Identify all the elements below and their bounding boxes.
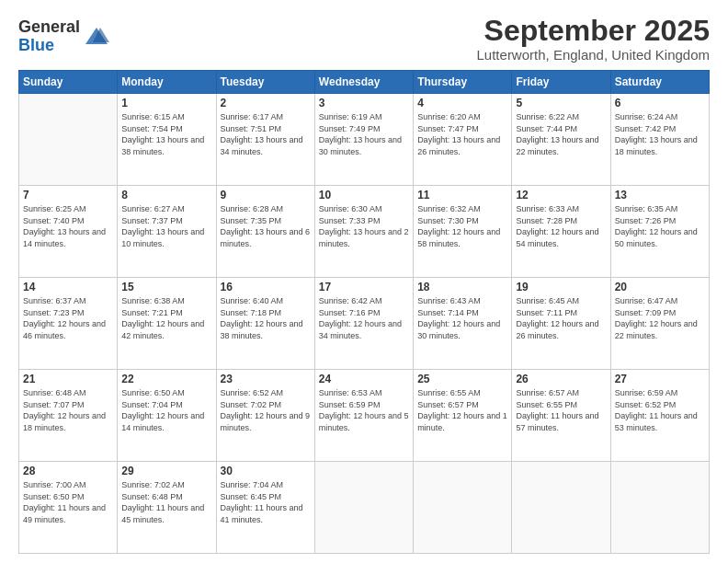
day-number: 29 [121, 465, 211, 477]
col-monday: Monday [118, 71, 216, 94]
calendar-cell: 19Sunrise: 6:45 AMSunset: 7:11 PMDayligh… [512, 278, 610, 370]
daylight-text: Daylight: 12 hours and 1 minute. [417, 411, 507, 432]
sunset-text: Sunset: 7:35 PM [221, 216, 282, 225]
daylight-text: Daylight: 12 hours and 38 minutes. [221, 319, 303, 340]
sunset-text: Sunset: 7:54 PM [121, 124, 183, 133]
daylight-text: Daylight: 12 hours and 18 minutes. [23, 411, 106, 432]
calendar-cell: 20Sunrise: 6:47 AMSunset: 7:09 PMDayligh… [610, 278, 709, 370]
sunrise-text: Sunrise: 6:17 AM [221, 112, 284, 121]
cell-info: Sunrise: 6:57 AMSunset: 6:55 PMDaylight:… [516, 387, 606, 433]
day-number: 9 [221, 189, 311, 201]
calendar-cell: 28Sunrise: 7:00 AMSunset: 6:50 PMDayligh… [19, 462, 118, 554]
cell-info: Sunrise: 6:25 AMSunset: 7:40 PMDaylight:… [23, 203, 113, 249]
daylight-text: Daylight: 13 hours and 14 minutes. [23, 227, 106, 248]
sunrise-text: Sunrise: 6:38 AM [121, 296, 185, 305]
calendar-cell [414, 462, 512, 554]
daylight-text: Daylight: 13 hours and 22 minutes. [516, 135, 598, 156]
sunrise-text: Sunrise: 6:57 AM [516, 388, 579, 397]
sunrise-text: Sunrise: 6:28 AM [221, 204, 284, 213]
calendar-cell: 9Sunrise: 6:28 AMSunset: 7:35 PMDaylight… [216, 186, 314, 278]
calendar-cell: 6Sunrise: 6:24 AMSunset: 7:42 PMDaylight… [610, 94, 709, 186]
daylight-text: Daylight: 12 hours and 58 minutes. [417, 227, 500, 248]
sunset-text: Sunset: 6:55 PM [516, 400, 577, 409]
daylight-text: Daylight: 12 hours and 46 minutes. [23, 319, 106, 340]
col-friday: Friday [512, 71, 610, 94]
day-number: 26 [516, 373, 606, 385]
calendar-week-1: 7Sunrise: 6:25 AMSunset: 7:40 PMDaylight… [19, 186, 710, 278]
logo: General Blue [18, 18, 109, 55]
cell-info: Sunrise: 6:40 AMSunset: 7:18 PMDaylight:… [221, 295, 311, 341]
daylight-text: Daylight: 13 hours and 26 minutes. [417, 135, 500, 156]
day-number: 27 [615, 373, 705, 385]
day-number: 16 [221, 281, 311, 293]
daylight-text: Daylight: 13 hours and 6 minutes. [221, 227, 311, 248]
location: Lutterworth, England, United Kingdom [477, 47, 710, 63]
daylight-text: Daylight: 11 hours and 45 minutes. [121, 503, 204, 524]
logo-icon [84, 24, 109, 50]
sunset-text: Sunset: 7:21 PM [121, 308, 183, 317]
sunrise-text: Sunrise: 6:50 AM [121, 388, 185, 397]
daylight-text: Daylight: 11 hours and 41 minutes. [221, 503, 303, 524]
calendar-cell: 7Sunrise: 6:25 AMSunset: 7:40 PMDaylight… [19, 186, 118, 278]
calendar-cell: 18Sunrise: 6:43 AMSunset: 7:14 PMDayligh… [414, 278, 512, 370]
day-number: 24 [319, 373, 409, 385]
cell-info: Sunrise: 6:24 AMSunset: 7:42 PMDaylight:… [615, 111, 705, 157]
sunrise-text: Sunrise: 6:15 AM [121, 112, 185, 121]
daylight-text: Daylight: 11 hours and 49 minutes. [23, 503, 106, 524]
daylight-text: Daylight: 12 hours and 50 minutes. [615, 227, 698, 248]
cell-info: Sunrise: 6:45 AMSunset: 7:11 PMDaylight:… [516, 295, 606, 341]
cell-info: Sunrise: 6:52 AMSunset: 7:02 PMDaylight:… [221, 387, 311, 433]
sunset-text: Sunset: 7:30 PM [417, 216, 479, 225]
day-number: 22 [121, 373, 211, 385]
daylight-text: Daylight: 12 hours and 22 minutes. [615, 319, 698, 340]
sunrise-text: Sunrise: 7:04 AM [221, 480, 284, 489]
sunrise-text: Sunrise: 6:37 AM [23, 296, 86, 305]
sunset-text: Sunset: 7:33 PM [319, 216, 381, 225]
sunrise-text: Sunrise: 6:53 AM [319, 388, 382, 397]
sunrise-text: Sunrise: 6:24 AM [615, 112, 678, 121]
col-thursday: Thursday [414, 71, 512, 94]
cell-info: Sunrise: 6:37 AMSunset: 7:23 PMDaylight:… [23, 295, 113, 341]
calendar-cell: 12Sunrise: 6:33 AMSunset: 7:28 PMDayligh… [512, 186, 610, 278]
calendar-table: Sunday Monday Tuesday Wednesday Thursday… [18, 70, 710, 554]
daylight-text: Daylight: 12 hours and 42 minutes. [121, 319, 204, 340]
calendar-cell: 24Sunrise: 6:53 AMSunset: 6:59 PMDayligh… [314, 370, 413, 462]
sunset-text: Sunset: 7:07 PM [23, 400, 85, 409]
sunset-text: Sunset: 7:51 PM [221, 124, 282, 133]
daylight-text: Daylight: 13 hours and 34 minutes. [221, 135, 303, 156]
day-number: 30 [221, 465, 311, 477]
cell-info: Sunrise: 6:38 AMSunset: 7:21 PMDaylight:… [121, 295, 211, 341]
cell-info: Sunrise: 6:47 AMSunset: 7:09 PMDaylight:… [615, 295, 705, 341]
calendar-cell: 4Sunrise: 6:20 AMSunset: 7:47 PMDaylight… [414, 94, 512, 186]
cell-info: Sunrise: 6:33 AMSunset: 7:28 PMDaylight:… [516, 203, 606, 249]
daylight-text: Daylight: 13 hours and 38 minutes. [121, 135, 204, 156]
day-number: 15 [121, 281, 211, 293]
day-number: 12 [516, 189, 606, 201]
cell-info: Sunrise: 6:22 AMSunset: 7:44 PMDaylight:… [516, 111, 606, 157]
calendar-cell: 29Sunrise: 7:02 AMSunset: 6:48 PMDayligh… [118, 462, 216, 554]
daylight-text: Daylight: 13 hours and 18 minutes. [615, 135, 698, 156]
day-number: 14 [23, 281, 113, 293]
day-number: 11 [417, 189, 507, 201]
sunset-text: Sunset: 7:44 PM [516, 124, 577, 133]
logo-general: General [18, 18, 80, 37]
calendar-cell: 21Sunrise: 6:48 AMSunset: 7:07 PMDayligh… [19, 370, 118, 462]
calendar-cell: 25Sunrise: 6:55 AMSunset: 6:57 PMDayligh… [414, 370, 512, 462]
calendar-cell: 16Sunrise: 6:40 AMSunset: 7:18 PMDayligh… [216, 278, 314, 370]
logo-text: General Blue [18, 18, 80, 55]
sunrise-text: Sunrise: 6:59 AM [615, 388, 678, 397]
cell-info: Sunrise: 6:43 AMSunset: 7:14 PMDaylight:… [417, 295, 507, 341]
day-number: 19 [516, 281, 606, 293]
sunrise-text: Sunrise: 7:00 AM [23, 480, 86, 489]
header: General Blue September 2025 Lutterworth,… [18, 15, 710, 63]
calendar-week-2: 14Sunrise: 6:37 AMSunset: 7:23 PMDayligh… [19, 278, 710, 370]
sunset-text: Sunset: 7:47 PM [417, 124, 479, 133]
day-number: 23 [221, 373, 311, 385]
day-number: 8 [121, 189, 211, 201]
calendar-cell: 8Sunrise: 6:27 AMSunset: 7:37 PMDaylight… [118, 186, 216, 278]
calendar-cell [19, 94, 118, 186]
daylight-text: Daylight: 13 hours and 10 minutes. [121, 227, 204, 248]
cell-info: Sunrise: 6:19 AMSunset: 7:49 PMDaylight:… [319, 111, 409, 157]
sunrise-text: Sunrise: 6:30 AM [319, 204, 382, 213]
day-number: 4 [417, 97, 507, 109]
